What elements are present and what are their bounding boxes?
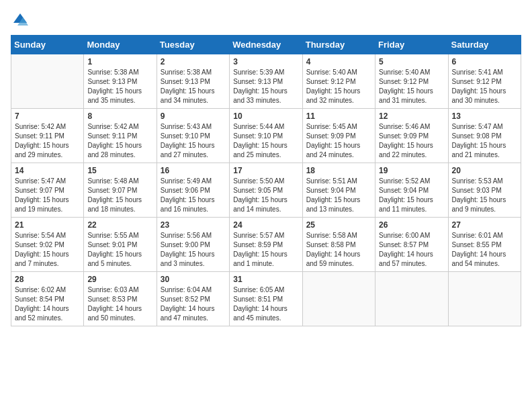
calendar-cell: 28Sunrise: 6:02 AM Sunset: 8:54 PM Dayli… bbox=[11, 272, 84, 326]
week-row-2: 7Sunrise: 5:42 AM Sunset: 9:11 PM Daylig… bbox=[11, 109, 521, 163]
day-info: Sunrise: 5:48 AM Sunset: 9:07 PM Dayligh… bbox=[87, 177, 152, 214]
calendar-cell: 6Sunrise: 5:41 AM Sunset: 9:12 PM Daylig… bbox=[448, 54, 521, 109]
day-number: 7 bbox=[15, 111, 80, 121]
day-number: 15 bbox=[87, 166, 152, 175]
logo bbox=[11, 11, 32, 30]
day-info: Sunrise: 6:01 AM Sunset: 8:55 PM Dayligh… bbox=[452, 231, 517, 269]
calendar-cell: 17Sunrise: 5:50 AM Sunset: 9:05 PM Dayli… bbox=[230, 163, 302, 218]
calendar-cell: 19Sunrise: 5:52 AM Sunset: 9:04 PM Dayli… bbox=[375, 163, 448, 218]
calendar-cell bbox=[375, 272, 448, 326]
weekday-header-thursday: Thursday bbox=[302, 36, 375, 54]
calendar-cell: 15Sunrise: 5:48 AM Sunset: 9:07 PM Dayli… bbox=[84, 163, 157, 218]
calendar-cell: 26Sunrise: 6:00 AM Sunset: 8:57 PM Dayli… bbox=[375, 218, 448, 272]
day-number: 14 bbox=[15, 166, 80, 175]
day-number: 30 bbox=[161, 275, 226, 284]
day-info: Sunrise: 5:50 AM Sunset: 9:05 PM Dayligh… bbox=[233, 177, 298, 214]
day-number: 10 bbox=[233, 111, 298, 121]
day-number: 28 bbox=[15, 275, 80, 284]
day-info: Sunrise: 5:49 AM Sunset: 9:06 PM Dayligh… bbox=[161, 177, 226, 214]
day-number: 29 bbox=[87, 275, 152, 284]
day-info: Sunrise: 5:58 AM Sunset: 8:58 PM Dayligh… bbox=[306, 231, 371, 269]
day-number: 19 bbox=[379, 166, 444, 175]
calendar-cell: 1Sunrise: 5:38 AM Sunset: 9:13 PM Daylig… bbox=[84, 54, 157, 109]
day-number: 9 bbox=[161, 111, 226, 121]
day-number: 6 bbox=[452, 57, 517, 66]
day-info: Sunrise: 5:38 AM Sunset: 9:13 PM Dayligh… bbox=[161, 68, 226, 105]
day-number: 5 bbox=[379, 57, 444, 66]
week-row-3: 14Sunrise: 5:47 AM Sunset: 9:07 PM Dayli… bbox=[11, 163, 521, 218]
logo-icon bbox=[11, 11, 30, 30]
day-info: Sunrise: 5:38 AM Sunset: 9:13 PM Dayligh… bbox=[87, 68, 152, 105]
day-number: 2 bbox=[161, 57, 226, 66]
day-number: 25 bbox=[306, 220, 371, 230]
calendar-cell: 30Sunrise: 6:04 AM Sunset: 8:52 PM Dayli… bbox=[157, 272, 229, 326]
day-number: 8 bbox=[87, 111, 152, 121]
day-info: Sunrise: 5:42 AM Sunset: 9:11 PM Dayligh… bbox=[15, 122, 80, 160]
day-number: 16 bbox=[161, 166, 226, 175]
calendar-cell: 12Sunrise: 5:46 AM Sunset: 9:09 PM Dayli… bbox=[375, 109, 448, 163]
calendar-cell: 10Sunrise: 5:44 AM Sunset: 9:10 PM Dayli… bbox=[230, 109, 302, 163]
day-number: 23 bbox=[161, 220, 226, 230]
calendar-cell: 24Sunrise: 5:57 AM Sunset: 8:59 PM Dayli… bbox=[230, 218, 302, 272]
calendar-cell bbox=[448, 272, 521, 326]
day-number: 26 bbox=[379, 220, 444, 230]
calendar-cell: 20Sunrise: 5:53 AM Sunset: 9:03 PM Dayli… bbox=[448, 163, 521, 218]
weekday-header-friday: Friday bbox=[375, 36, 448, 54]
day-info: Sunrise: 5:40 AM Sunset: 9:12 PM Dayligh… bbox=[379, 68, 444, 105]
day-info: Sunrise: 5:47 AM Sunset: 9:07 PM Dayligh… bbox=[15, 177, 80, 214]
day-info: Sunrise: 5:54 AM Sunset: 9:02 PM Dayligh… bbox=[15, 231, 80, 269]
calendar-cell: 11Sunrise: 5:45 AM Sunset: 9:09 PM Dayli… bbox=[302, 109, 375, 163]
day-info: Sunrise: 5:39 AM Sunset: 9:13 PM Dayligh… bbox=[233, 68, 298, 105]
calendar-cell: 8Sunrise: 5:42 AM Sunset: 9:11 PM Daylig… bbox=[84, 109, 157, 163]
weekday-header-saturday: Saturday bbox=[448, 36, 521, 54]
day-info: Sunrise: 5:40 AM Sunset: 9:12 PM Dayligh… bbox=[306, 68, 371, 105]
day-number: 11 bbox=[306, 111, 371, 121]
weekday-header-row: SundayMondayTuesdayWednesdayThursdayFrid… bbox=[11, 36, 521, 54]
day-info: Sunrise: 5:45 AM Sunset: 9:09 PM Dayligh… bbox=[306, 122, 371, 160]
day-info: Sunrise: 5:53 AM Sunset: 9:03 PM Dayligh… bbox=[452, 177, 517, 214]
calendar-cell: 9Sunrise: 5:43 AM Sunset: 9:10 PM Daylig… bbox=[157, 109, 229, 163]
day-number: 13 bbox=[452, 111, 517, 121]
week-row-1: 1Sunrise: 5:38 AM Sunset: 9:13 PM Daylig… bbox=[11, 54, 521, 109]
day-info: Sunrise: 5:44 AM Sunset: 9:10 PM Dayligh… bbox=[233, 122, 298, 160]
day-number: 1 bbox=[87, 57, 152, 66]
calendar-cell: 2Sunrise: 5:38 AM Sunset: 9:13 PM Daylig… bbox=[157, 54, 229, 109]
day-info: Sunrise: 6:00 AM Sunset: 8:57 PM Dayligh… bbox=[379, 231, 444, 269]
day-info: Sunrise: 5:42 AM Sunset: 9:11 PM Dayligh… bbox=[87, 122, 152, 160]
day-number: 17 bbox=[233, 166, 298, 175]
day-info: Sunrise: 6:02 AM Sunset: 8:54 PM Dayligh… bbox=[15, 285, 80, 323]
day-info: Sunrise: 6:04 AM Sunset: 8:52 PM Dayligh… bbox=[161, 285, 226, 323]
week-row-5: 28Sunrise: 6:02 AM Sunset: 8:54 PM Dayli… bbox=[11, 272, 521, 326]
calendar-cell: 21Sunrise: 5:54 AM Sunset: 9:02 PM Dayli… bbox=[11, 218, 84, 272]
day-number: 20 bbox=[452, 166, 517, 175]
day-number: 27 bbox=[452, 220, 517, 230]
day-number: 4 bbox=[306, 57, 371, 66]
day-number: 21 bbox=[15, 220, 80, 230]
calendar-cell: 3Sunrise: 5:39 AM Sunset: 9:13 PM Daylig… bbox=[230, 54, 302, 109]
calendar-cell: 23Sunrise: 5:56 AM Sunset: 9:00 PM Dayli… bbox=[157, 218, 229, 272]
day-number: 18 bbox=[306, 166, 371, 175]
day-info: Sunrise: 5:46 AM Sunset: 9:09 PM Dayligh… bbox=[379, 122, 444, 160]
calendar-cell: 7Sunrise: 5:42 AM Sunset: 9:11 PM Daylig… bbox=[11, 109, 84, 163]
day-info: Sunrise: 6:03 AM Sunset: 8:53 PM Dayligh… bbox=[87, 285, 152, 323]
weekday-header-monday: Monday bbox=[84, 36, 157, 54]
calendar-cell: 31Sunrise: 6:05 AM Sunset: 8:51 PM Dayli… bbox=[230, 272, 302, 326]
calendar-cell: 16Sunrise: 5:49 AM Sunset: 9:06 PM Dayli… bbox=[157, 163, 229, 218]
day-number: 22 bbox=[87, 220, 152, 230]
weekday-header-wednesday: Wednesday bbox=[230, 36, 302, 54]
calendar-cell: 4Sunrise: 5:40 AM Sunset: 9:12 PM Daylig… bbox=[302, 54, 375, 109]
calendar-cell bbox=[302, 272, 375, 326]
week-row-4: 21Sunrise: 5:54 AM Sunset: 9:02 PM Dayli… bbox=[11, 218, 521, 272]
day-number: 3 bbox=[233, 57, 298, 66]
calendar-cell: 13Sunrise: 5:47 AM Sunset: 9:08 PM Dayli… bbox=[448, 109, 521, 163]
day-info: Sunrise: 5:47 AM Sunset: 9:08 PM Dayligh… bbox=[452, 122, 517, 160]
day-info: Sunrise: 5:43 AM Sunset: 9:10 PM Dayligh… bbox=[161, 122, 226, 160]
calendar-cell bbox=[11, 54, 84, 109]
day-number: 12 bbox=[379, 111, 444, 121]
calendar-cell: 5Sunrise: 5:40 AM Sunset: 9:12 PM Daylig… bbox=[375, 54, 448, 109]
day-info: Sunrise: 5:55 AM Sunset: 9:01 PM Dayligh… bbox=[87, 231, 152, 269]
calendar-table: SundayMondayTuesdayWednesdayThursdayFrid… bbox=[11, 35, 521, 326]
day-number: 24 bbox=[233, 220, 298, 230]
calendar-cell: 18Sunrise: 5:51 AM Sunset: 9:04 PM Dayli… bbox=[302, 163, 375, 218]
calendar-cell: 27Sunrise: 6:01 AM Sunset: 8:55 PM Dayli… bbox=[448, 218, 521, 272]
